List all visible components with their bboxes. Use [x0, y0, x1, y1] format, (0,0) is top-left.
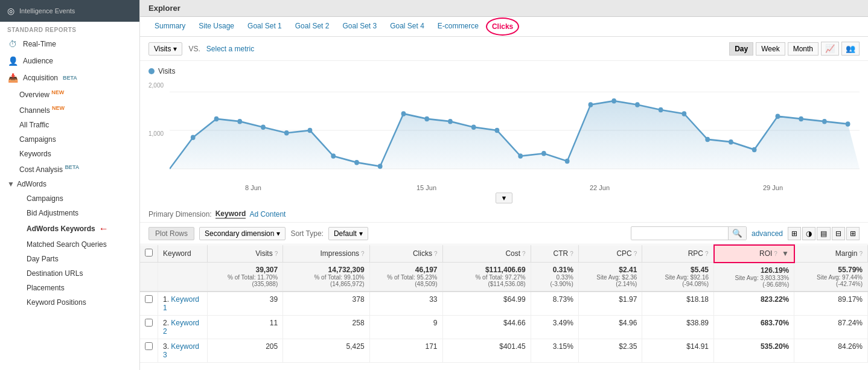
sidebar-item-label: Real-Time	[23, 40, 56, 48]
realtime-icon: ⏱	[7, 39, 18, 49]
row2-roi-val: 683.70%	[761, 319, 789, 327]
totals-roi-sub: Site Avg: 3,803.33% (-96.68%)	[719, 275, 789, 288]
sidebar-item-aw-keywords[interactable]: AdWords Keywords ←	[0, 220, 139, 237]
col-checkbox[interactable]	[140, 245, 158, 263]
totals-clicks-main: 46,197	[375, 266, 438, 274]
svg-point-20	[565, 159, 570, 164]
grid-view-btn[interactable]: ⊞	[788, 227, 801, 240]
svg-point-9	[308, 128, 313, 133]
row2-clicks: 9	[369, 315, 442, 339]
select-all-checkbox[interactable]	[145, 249, 153, 257]
sidebar-item-alltraffic[interactable]: All Traffic	[0, 118, 139, 132]
search-input[interactable]	[631, 228, 728, 240]
search-btn[interactable]: 🔍	[728, 227, 746, 240]
day-btn[interactable]: Day	[729, 42, 753, 56]
tab-siteusage[interactable]: Site Usage	[193, 17, 240, 36]
col-cpc[interactable]: CPC ?	[578, 245, 642, 263]
sidebar-item-overview[interactable]: Overview NEW	[0, 86, 139, 102]
row1-checkbox[interactable]	[145, 295, 153, 303]
totals-visits-main: 39,307	[212, 266, 278, 274]
sidebar-item-acquisition[interactable]: 📥 Acquisition BETA	[0, 69, 139, 86]
row3-impressions: 5,425	[283, 339, 369, 362]
sidebar-item-matched-queries[interactable]: Matched Search Queries	[0, 237, 139, 252]
sidebar-item-keyword-positions[interactable]: Keyword Positions	[0, 295, 139, 310]
dim-adcontent-link[interactable]: Ad Content	[249, 210, 286, 218]
sidebar-item-realtime[interactable]: ⏱ Real-Time	[0, 36, 139, 53]
advanced-link[interactable]: advanced	[752, 229, 783, 238]
sidebar-item-placements[interactable]: Placements	[0, 281, 139, 295]
tab-goalset2[interactable]: Goal Set 2	[289, 17, 336, 36]
row3-rpc: $14.91	[642, 339, 714, 362]
col-ctr[interactable]: CTR ?	[531, 245, 578, 263]
sidebar-item-aw-campaigns[interactable]: Campaigns	[0, 191, 139, 206]
dim-keyword-link[interactable]: Keyword	[215, 209, 246, 218]
line-chart-icon-btn[interactable]: 📈	[821, 42, 839, 56]
table-view-btn[interactable]: ⊞	[846, 227, 860, 240]
sidebar-item-keywords[interactable]: Keywords	[0, 147, 139, 161]
svg-point-7	[261, 124, 266, 130]
cost-help-icon: ?	[522, 250, 526, 257]
col-keyword[interactable]: Keyword	[158, 245, 208, 263]
table-row: 2. Keyword 2 11 258 9 $44.66 3.49% $4.96…	[140, 315, 868, 339]
totals-cost: $111,406.69 % of Total: 97.27% ($114,536…	[442, 263, 531, 292]
row3-checkbox[interactable]	[145, 342, 153, 350]
totals-row: 39,307 % of Total: 11.70% (335,988) 14,7…	[140, 263, 868, 292]
tab-ecommerce[interactable]: E-commerce	[432, 17, 485, 36]
row1-check[interactable]	[140, 292, 158, 316]
metric-dropdown[interactable]: Visits ▾	[148, 42, 182, 56]
row2-check[interactable]	[140, 315, 158, 339]
main-content: Explorer Summary Site Usage Goal Set 1 G…	[140, 0, 868, 370]
week-btn[interactable]: Week	[756, 42, 785, 56]
col-rpc[interactable]: RPC ?	[642, 245, 714, 263]
sidebar-item-channels[interactable]: Channels NEW	[0, 102, 139, 118]
row2-ctr: 3.49%	[531, 315, 578, 339]
totals-roi: 126.19% Site Avg: 3,803.33% (-96.68%)	[714, 263, 794, 292]
col-margin[interactable]: Margin ?	[794, 245, 868, 263]
tab-summary[interactable]: Summary	[148, 17, 191, 36]
sidebar-item-dayparts[interactable]: Day Parts	[0, 252, 139, 266]
sort-default-btn[interactable]: Default ▾	[328, 227, 368, 240]
row1-visits: 39	[207, 292, 283, 316]
compare-icon-btn[interactable]: 👥	[841, 42, 860, 56]
tab-clicks[interactable]: Clicks	[486, 18, 519, 36]
col-cost[interactable]: Cost ?	[442, 245, 531, 263]
view-icons: ⊞ ◑ ▤ ⊟ ⊞	[788, 227, 860, 240]
col-visits[interactable]: Visits ?	[207, 245, 283, 263]
sidebar-item-adwords[interactable]: ▼ AdWords	[0, 177, 139, 191]
totals-cpc-main: $2.41	[584, 266, 637, 274]
tab-goalset4[interactable]: Goal Set 4	[384, 17, 430, 36]
svg-point-31	[822, 119, 827, 124]
col-roi[interactable]: ROI ? ▼	[714, 245, 794, 263]
month-btn[interactable]: Month	[788, 42, 819, 56]
primary-dim-label: Primary Dimension:	[148, 210, 212, 218]
col-clicks[interactable]: Clicks ?	[369, 245, 442, 263]
row2-checkbox[interactable]	[145, 319, 153, 327]
totals-visits-sub: % of Total: 11.70% (335,988)	[212, 274, 278, 287]
row2-cpc: $4.96	[578, 315, 642, 339]
tab-goalset1[interactable]: Goal Set 1	[241, 17, 288, 36]
select-metric-link[interactable]: Select a metric	[206, 45, 254, 53]
plot-rows-btn[interactable]: Plot Rows	[148, 227, 194, 240]
date-picker-btn[interactable]: ▼	[496, 193, 513, 203]
totals-impressions-sub: % of Total: 99.10% (14,865,972)	[288, 274, 364, 287]
sidebar-item-destination-urls[interactable]: Destination URLs	[0, 266, 139, 281]
svg-point-13	[401, 111, 406, 116]
totals-margin: 55.79% Site Avg: 97.44% (-42.74%)	[794, 263, 868, 292]
ctr-help-icon: ?	[570, 250, 573, 257]
chart-toolbar: Visits ▾ VS. Select a metric Day Week Mo…	[140, 37, 868, 61]
period-toggle: Day Week Month 📈 👥	[729, 42, 860, 56]
sidebar-item-audience[interactable]: 👤 Audience	[0, 53, 139, 69]
sidebar-item-campaigns-top[interactable]: Campaigns	[0, 132, 139, 147]
sidebar-item-aw-bid[interactable]: Bid Adjustments	[0, 206, 139, 220]
pivot-view-btn[interactable]: ⊟	[832, 227, 845, 240]
col-impressions[interactable]: Impressions ?	[283, 245, 369, 263]
totals-cost-main: $111,406.69	[448, 266, 526, 274]
tab-goalset3[interactable]: Goal Set 3	[336, 17, 383, 36]
sidebar-item-costanalysis[interactable]: Cost Analysis BETA	[0, 161, 139, 177]
bar-view-btn[interactable]: ▤	[817, 227, 831, 240]
secondary-dim-btn[interactable]: Secondary dimension ▾	[199, 227, 286, 240]
pie-view-btn[interactable]: ◑	[802, 227, 815, 240]
row3-check[interactable]	[140, 339, 158, 362]
row3-cost: $401.45	[442, 339, 531, 362]
row2-margin: 87.24%	[794, 315, 868, 339]
